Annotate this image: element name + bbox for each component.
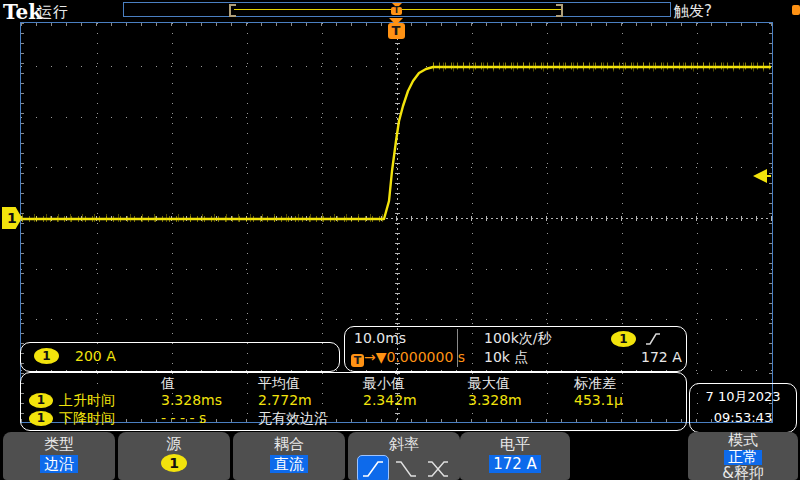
menu-button-type[interactable]: 类型 边沿 xyxy=(3,432,115,480)
channel1-scale: 200 A xyxy=(75,348,116,364)
channel1-badge: 1 xyxy=(29,411,53,426)
measurement-row-rise-time: 1 上升时间 3.328ms 2.772m 2.342m 3.328m 453.… xyxy=(21,392,686,410)
trigger-delay-value: 0.000000 s xyxy=(387,349,466,365)
trigger-status-label: 触发? xyxy=(674,2,712,21)
menu-button-slope[interactable]: 斜率 xyxy=(348,432,460,480)
measurement-table: 值 平均值 最小值 最大值 标准差 1 上升时间 3.328ms 2.772m … xyxy=(20,372,687,431)
menu-label: 电平 xyxy=(460,436,570,453)
screen-edge-marker-icon xyxy=(792,5,800,15)
col-header-stddev: 标准差 xyxy=(574,375,616,393)
either-edge-icon[interactable] xyxy=(425,459,451,479)
menu-button-mode[interactable]: 模式 正常 &释抑 xyxy=(688,432,798,480)
menu-label: 模式 xyxy=(688,433,798,448)
triangle-down-icon: ▼ xyxy=(376,349,387,365)
measurement-note: 无有效边沿 xyxy=(258,410,328,428)
record-view-bar[interactable]: T xyxy=(123,2,671,17)
channel1-readout[interactable]: 1 200 A xyxy=(20,342,340,372)
menu-value-selected: 172 A xyxy=(489,455,541,473)
arrow-right-icon: → xyxy=(364,349,376,365)
col-header-value: 值 xyxy=(161,375,175,393)
col-header-max: 最大值 xyxy=(468,375,510,393)
measurement-value: 3.328ms xyxy=(161,392,222,408)
col-header-min: 最小值 xyxy=(363,375,405,393)
trigger-delay-readout: T→▼0.000000 s xyxy=(351,349,465,367)
menu-label: 类型 xyxy=(3,436,115,453)
oscilloscope-screen: Tek 运行 T 触发? xyxy=(0,0,800,480)
measurement-value: - - - - s xyxy=(161,410,206,426)
channel1-badge: 1 xyxy=(34,348,59,364)
measurement-min: 2.342m xyxy=(363,392,417,408)
menu-value-selected: 边沿 xyxy=(40,455,78,473)
record-length: 10k 点 xyxy=(484,349,528,367)
measurement-header-row: 值 平均值 最小值 最大值 标准差 xyxy=(21,375,686,393)
measurement-label: 上升时间 xyxy=(59,392,115,410)
channel1-badge: 1 xyxy=(29,393,53,408)
horizontal-scale: 10.0ms xyxy=(354,330,406,346)
channel1-ground-marker[interactable]: 1 xyxy=(2,207,22,229)
trigger-t-icon: T xyxy=(388,23,405,39)
sample-rate: 100k次/秒 xyxy=(484,330,552,348)
falling-edge-icon[interactable] xyxy=(394,459,420,479)
measurement-max: 3.328m xyxy=(468,392,522,408)
menu-button-source[interactable]: 源 1 xyxy=(118,432,230,480)
trigger-source-badge: 1 xyxy=(611,331,636,347)
menu-value-extra: &释抑 xyxy=(688,466,798,480)
rising-edge-icon[interactable] xyxy=(357,455,389,480)
trigger-position-marker[interactable]: T xyxy=(387,18,405,39)
menu-button-coupling[interactable]: 耦合 直流 xyxy=(233,432,345,480)
trigger-t-icon: T xyxy=(391,7,402,15)
menu-value-selected: 正常 xyxy=(724,450,762,465)
acquisition-status: 运行 xyxy=(37,3,69,22)
measurement-stddev: 453.1µ xyxy=(574,392,623,408)
window-bracket-right[interactable] xyxy=(556,4,563,17)
datetime-readout: 7 10月2023 09:53:43 xyxy=(689,383,797,433)
menu-label: 源 xyxy=(118,436,230,453)
trigger-level-readout: 172 A xyxy=(641,349,682,365)
horizontal-trigger-readout: 10.0ms T→▼0.000000 s 100k次/秒 10k 点 1 172… xyxy=(344,326,687,372)
date-label: 7 10月2023 xyxy=(690,386,796,407)
menu-value-selected: 直流 xyxy=(270,455,308,473)
menu-button-level[interactable]: 电平 172 A xyxy=(460,432,570,480)
measurement-mean: 2.772m xyxy=(258,392,312,408)
channel1-badge: 1 xyxy=(161,454,187,472)
window-bracket-left[interactable] xyxy=(229,4,236,17)
menu-label: 斜率 xyxy=(348,436,460,453)
measurement-label: 下降时间 xyxy=(59,410,115,428)
col-header-mean: 平均值 xyxy=(258,375,300,393)
slope-options xyxy=(348,455,460,480)
time-label: 09:53:43 xyxy=(690,407,796,428)
rising-edge-icon xyxy=(645,331,661,347)
trigger-position-flag-icon[interactable]: T xyxy=(390,3,403,15)
soft-menu-bar: 类型 边沿 源 1 耦合 直流 斜率 xyxy=(0,432,800,480)
menu-label: 耦合 xyxy=(233,436,345,453)
measurement-row-fall-time: 1 下降时间 - - - - s 无有效边沿 xyxy=(21,410,686,428)
trigger-t-icon: T xyxy=(351,354,364,367)
